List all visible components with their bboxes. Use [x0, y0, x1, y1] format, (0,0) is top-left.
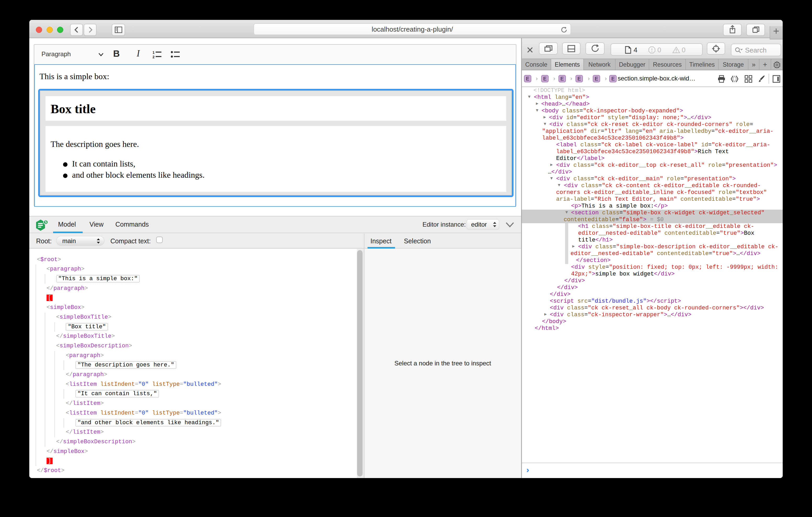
svg-text:5: 5	[45, 220, 47, 224]
svg-text:1: 1	[152, 51, 154, 55]
svg-text:2: 2	[152, 55, 154, 59]
